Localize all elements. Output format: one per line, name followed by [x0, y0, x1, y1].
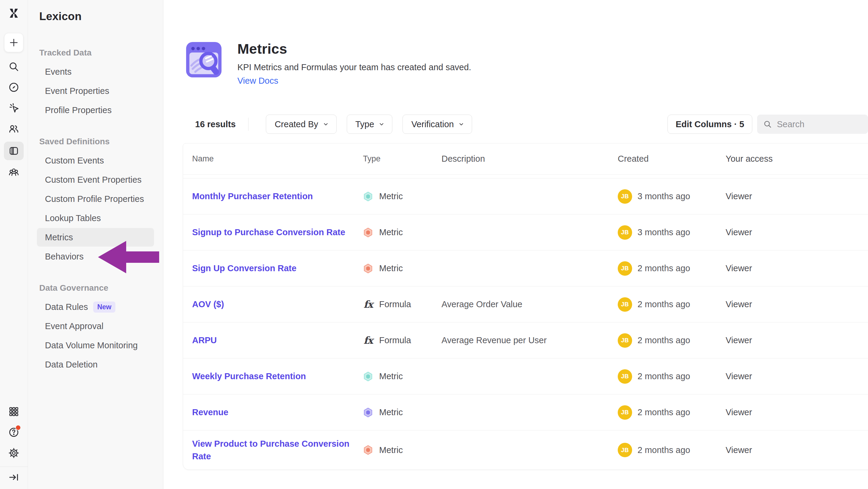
table-row[interactable]: View Product to Purchase Conversion Rate…: [183, 431, 868, 469]
sidebar-section-tracked-data: Tracked DataEventsEvent PropertiesProfil…: [28, 48, 163, 119]
table-body: Monthly Purchaser RetentionMetricJB3 mon…: [183, 178, 868, 469]
cell-type: Metric: [363, 227, 441, 238]
sidebar-item-custom-profile-properties[interactable]: Custom Profile Properties: [37, 190, 154, 208]
notification-dot: [15, 425, 21, 431]
page-subtitle: KPI Metrics and Formulas your team has c…: [237, 62, 471, 72]
avatar: JB: [618, 443, 632, 457]
cell-access: Viewer: [725, 263, 868, 273]
sidebar-section-header: Data Governance: [28, 283, 163, 297]
column-header-type: Type: [363, 154, 441, 164]
cursor-click-icon[interactable]: [7, 102, 20, 114]
filter-button-verification[interactable]: Verification: [403, 115, 472, 134]
created-time: 2 months ago: [638, 371, 690, 381]
toolbar: 16 results Created ByTypeVerification Ed…: [183, 115, 868, 134]
new-badge: New: [93, 301, 115, 313]
table-row[interactable]: AOV ($)fxFormulaAverage Order ValueJB2 m…: [183, 287, 868, 322]
type-label: Metric: [379, 371, 403, 381]
search-input[interactable]: [777, 119, 852, 129]
sidebar-item-label: Custom Event Properties: [45, 175, 142, 185]
sidebar-item-behaviors[interactable]: Behaviors: [37, 247, 154, 266]
rail-bottom-group: [0, 405, 28, 489]
metric-name-link[interactable]: Sign Up Conversion Rate: [192, 262, 297, 275]
purple-hexagon-metric-icon: [363, 407, 373, 418]
type-label: Metric: [379, 227, 403, 237]
cell-created: JB2 months ago: [618, 443, 725, 457]
sidebar-item-lookup-tables[interactable]: Lookup Tables: [37, 209, 154, 227]
cell-type: fxFormula: [363, 335, 441, 346]
type-label: Metric: [379, 407, 403, 417]
metric-name-link[interactable]: Weekly Purchase Retention: [192, 370, 306, 382]
user-group-icon[interactable]: [7, 166, 20, 178]
table-row[interactable]: ARPUfxFormulaAverage Revenue per UserJB2…: [183, 322, 868, 358]
metric-name-link[interactable]: AOV ($): [192, 298, 224, 311]
table-row[interactable]: Signup to Purchase Conversion RateMetric…: [183, 214, 868, 251]
apps-grid-icon[interactable]: [7, 405, 20, 418]
sidebar-item-event-properties[interactable]: Event Properties: [37, 82, 154, 100]
sidebar-item-label: Data Rules: [45, 302, 88, 312]
metric-name-link[interactable]: Revenue: [192, 406, 228, 419]
cell-created: JB2 months ago: [618, 261, 725, 276]
rail-divider: [0, 466, 28, 467]
sidebar-item-custom-event-properties[interactable]: Custom Event Properties: [37, 170, 154, 189]
users-icon[interactable]: [7, 122, 20, 135]
sidebar-item-label: Data Volume Monitoring: [45, 341, 138, 350]
created-time: 2 months ago: [638, 407, 690, 417]
orange-hexagon-metric-icon: [363, 445, 373, 455]
sidebar-item-label: Metrics: [45, 232, 73, 242]
avatar: JB: [618, 261, 632, 276]
chevron-down-icon: [322, 121, 329, 127]
metric-name-link[interactable]: ARPU: [192, 334, 217, 346]
sidebar-item-data-volume-monitoring[interactable]: Data Volume Monitoring: [37, 336, 154, 354]
sidebar-item-profile-properties[interactable]: Profile Properties: [37, 101, 154, 119]
table-header-row: NameTypeDescriptionCreatedYour access: [183, 143, 868, 175]
mixpanel-x-logo[interactable]: [7, 6, 21, 20]
filter-buttons: Created ByTypeVerification: [266, 115, 472, 134]
sidebar-item-event-approval[interactable]: Event Approval: [37, 317, 154, 336]
metric-name-link[interactable]: Monthly Purchaser Retention: [192, 190, 313, 202]
scroll-sliver: [183, 175, 868, 178]
cell-created: JB3 months ago: [618, 189, 725, 204]
table-row[interactable]: Weekly Purchase RetentionMetricJB2 month…: [183, 358, 868, 395]
cell-access: Viewer: [725, 407, 868, 417]
column-header-description: Description: [441, 154, 618, 164]
cell-access: Viewer: [725, 192, 868, 201]
compass-icon[interactable]: [7, 81, 20, 94]
sidebar-item-custom-events[interactable]: Custom Events: [37, 151, 154, 170]
filter-button-type[interactable]: Type: [347, 115, 393, 134]
view-docs-link[interactable]: View Docs: [237, 76, 278, 86]
table-row[interactable]: Sign Up Conversion RateMetricJB2 months …: [183, 251, 868, 287]
cell-created: JB2 months ago: [618, 333, 725, 348]
filter-label: Type: [355, 119, 374, 129]
sidebar-item-data-deletion[interactable]: Data Deletion: [37, 355, 154, 374]
formula-fx-icon: fx: [363, 298, 373, 310]
sidebar-title: Lexicon: [28, 0, 163, 23]
main-content: Metrics KPI Metrics and Formulas your te…: [164, 0, 868, 489]
edit-columns-button[interactable]: Edit Columns · 5: [668, 115, 752, 134]
sidebar-item-metrics[interactable]: Metrics: [37, 228, 154, 247]
create-new-button[interactable]: [4, 33, 23, 52]
cell-name: AOV ($): [192, 298, 363, 311]
lexicon-book-icon[interactable]: [4, 142, 24, 160]
table-row[interactable]: RevenueMetricJB2 months agoViewer: [183, 395, 868, 431]
metric-name-link[interactable]: Signup to Purchase Conversion Rate: [192, 226, 345, 238]
gear-icon[interactable]: [7, 447, 20, 459]
cell-type: Metric: [363, 445, 441, 455]
search-box[interactable]: [757, 115, 868, 134]
help-icon[interactable]: [7, 426, 20, 439]
cell-access: Viewer: [725, 227, 868, 237]
lexicon-sidebar: Lexicon Tracked DataEventsEvent Properti…: [28, 0, 163, 489]
created-time: 3 months ago: [638, 192, 690, 201]
chevron-down-icon: [378, 121, 385, 127]
page-header: Metrics KPI Metrics and Formulas your te…: [183, 39, 868, 86]
cell-type: fxFormula: [363, 298, 441, 310]
filter-button-created-by[interactable]: Created By: [266, 115, 336, 134]
sign-in-arrow-icon[interactable]: [7, 471, 20, 484]
sidebar-section-saved-definitions: Saved DefinitionsCustom EventsCustom Eve…: [28, 137, 163, 266]
table-row[interactable]: Monthly Purchaser RetentionMetricJB3 mon…: [183, 178, 868, 214]
sidebar-section-header: Saved Definitions: [28, 137, 163, 151]
search-nav-icon[interactable]: [7, 60, 20, 73]
sidebar-item-data-rules[interactable]: Data RulesNew: [37, 297, 154, 316]
metric-name-link[interactable]: View Product to Purchase Conversion Rate: [192, 437, 354, 463]
results-count: 16 results: [195, 119, 236, 129]
sidebar-item-events[interactable]: Events: [37, 62, 154, 81]
